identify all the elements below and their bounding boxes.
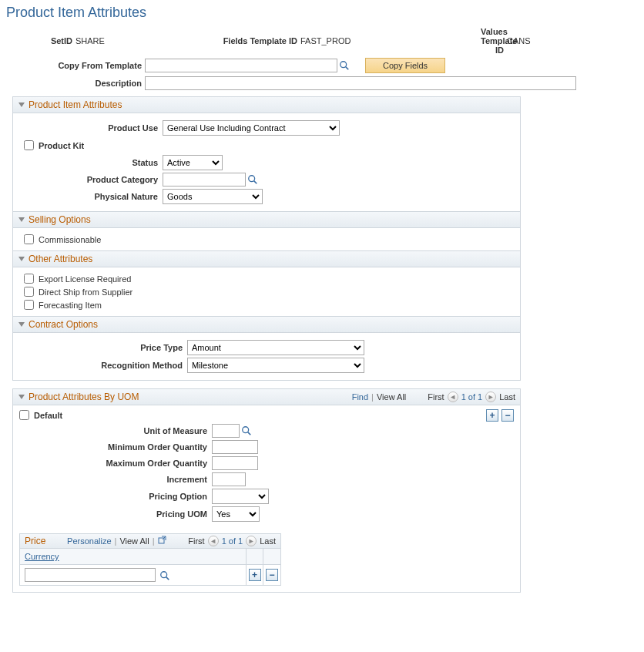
section-header-selling[interactable]: Selling Options — [13, 211, 520, 228]
description-row: Description — [3, 76, 641, 90]
last-label: Last — [499, 392, 515, 402]
values-template-value: CANS — [507, 36, 538, 45]
section-header-contract[interactable]: Contract Options — [13, 316, 520, 333]
recognition-method-label: Recognition Method — [19, 361, 187, 370]
product-item-attributes-panel: Product Item Attributes Product Use Gene… — [12, 96, 521, 381]
price-nav-count: 1 of 1 — [222, 536, 243, 546]
product-category-input[interactable] — [163, 173, 246, 187]
section-title-pia: Product Item Attributes — [29, 99, 122, 110]
lookup-icon[interactable] — [159, 570, 170, 581]
section-title-other: Other Attributes — [29, 254, 92, 264]
twisty-icon — [18, 101, 25, 109]
min-qty-input[interactable] — [212, 440, 258, 454]
price-last-label: Last — [260, 536, 276, 546]
export-license-label: Export License Required — [39, 274, 131, 284]
twisty-icon — [18, 216, 25, 223]
pricing-option-select[interactable] — [212, 489, 269, 504]
commissionable-checkbox[interactable] — [24, 234, 34, 244]
price-type-select[interactable]: Amount — [187, 340, 364, 355]
price-view-all-link[interactable]: View All — [119, 536, 149, 546]
min-qty-label: Minimum Order Quantity — [19, 442, 212, 452]
first-label: First — [428, 392, 444, 402]
uom-nav-controls: Find | View All First ◄ 1 of 1 ► Last — [352, 392, 515, 402]
setid-label: SetID — [3, 36, 72, 45]
price-header-row: Currency — [20, 548, 280, 564]
price-title: Price — [25, 536, 45, 546]
setid-value: SHARE — [75, 36, 145, 45]
section-title-selling: Selling Options — [29, 214, 91, 225]
product-category-label: Product Category — [19, 175, 163, 184]
status-select[interactable]: Active — [163, 155, 223, 170]
unit-of-measure-label: Unit of Measure — [19, 426, 212, 435]
section-header-pia[interactable]: Product Item Attributes — [13, 97, 520, 113]
physical-nature-select[interactable]: Goods — [163, 189, 263, 204]
increment-input[interactable] — [212, 472, 246, 486]
twisty-icon — [18, 321, 25, 328]
twisty-icon — [18, 393, 25, 401]
price-first-label: First — [188, 536, 204, 546]
lookup-icon[interactable] — [241, 425, 252, 436]
header-id-row: SetID SHARE Fields Template ID FAST_PROD… — [3, 27, 641, 55]
add-row-button[interactable]: + — [249, 569, 261, 581]
personalize-link[interactable]: Personalize — [67, 536, 111, 546]
copy-from-row: Copy From Template Copy Fields — [3, 58, 641, 73]
values-template-label: Values Template ID — [481, 27, 504, 55]
unit-of-measure-input[interactable] — [212, 424, 240, 438]
export-license-checkbox[interactable] — [24, 274, 34, 284]
prev-arrow-icon[interactable]: ◄ — [208, 536, 219, 546]
add-row-button[interactable]: + — [486, 409, 498, 422]
max-qty-input[interactable] — [212, 456, 258, 470]
direct-ship-label: Direct Ship from Supplier — [39, 287, 132, 297]
section-header-uom: Product Attributes By UOM Find | View Al… — [13, 389, 520, 405]
currency-column-header[interactable]: Currency — [25, 552, 59, 561]
section-title-contract: Contract Options — [29, 319, 98, 330]
section-header-other[interactable]: Other Attributes — [13, 250, 520, 267]
copy-fields-button[interactable]: Copy Fields — [365, 58, 445, 73]
pricing-uom-label: Pricing UOM — [19, 509, 212, 519]
delete-row-button[interactable]: − — [501, 409, 514, 422]
twisty-icon — [18, 255, 25, 263]
fields-template-label: Fields Template ID — [205, 36, 297, 45]
max-qty-label: Maximum Order Quantity — [19, 459, 212, 468]
product-attributes-uom-panel: Product Attributes By UOM Find | View Al… — [12, 388, 521, 593]
product-use-label: Product Use — [19, 123, 163, 133]
increment-label: Increment — [19, 475, 212, 484]
copy-from-input[interactable] — [145, 59, 337, 72]
forecasting-label: Forecasting Item — [39, 301, 102, 310]
next-arrow-icon[interactable]: ► — [485, 392, 496, 402]
product-kit-label: Product Kit — [39, 141, 84, 150]
status-label: Status — [19, 158, 163, 167]
default-label: Default — [34, 411, 62, 420]
fields-template-value: FAST_PROD — [300, 36, 431, 45]
section-title-uom: Product Attributes By UOM — [29, 392, 139, 402]
copy-from-label: Copy From Template — [3, 61, 145, 70]
view-all-link[interactable]: View All — [377, 392, 406, 402]
direct-ship-checkbox[interactable] — [24, 287, 34, 297]
product-kit-checkbox[interactable] — [24, 140, 34, 150]
product-use-select[interactable]: General Use Including Contract — [163, 120, 340, 136]
pricing-uom-select[interactable]: Yes — [212, 506, 260, 522]
price-grid: Price Personalize | View All | First ◄ 1… — [19, 533, 281, 586]
commissionable-label: Commissionable — [39, 235, 101, 244]
price-type-label: Price Type — [19, 343, 187, 352]
lookup-icon[interactable] — [339, 60, 350, 71]
description-label: Description — [3, 79, 145, 88]
nav-count: 1 of 1 — [461, 392, 483, 402]
currency-input[interactable] — [25, 568, 156, 582]
prev-arrow-icon[interactable]: ◄ — [448, 392, 458, 402]
zoom-icon[interactable] — [158, 536, 167, 546]
forecasting-checkbox[interactable] — [24, 300, 34, 310]
pricing-option-label: Pricing Option — [19, 492, 212, 501]
page-title: Product Item Attributes — [6, 5, 641, 21]
lookup-icon[interactable] — [247, 174, 258, 185]
default-checkbox[interactable] — [19, 410, 29, 420]
delete-row-button[interactable]: − — [266, 569, 278, 581]
find-link[interactable]: Find — [352, 392, 368, 402]
recognition-method-select[interactable]: Milestone — [187, 358, 364, 373]
physical-nature-label: Physical Nature — [19, 192, 163, 201]
description-input[interactable] — [145, 76, 576, 90]
next-arrow-icon[interactable]: ► — [246, 536, 257, 546]
price-data-row: + − — [20, 564, 280, 585]
